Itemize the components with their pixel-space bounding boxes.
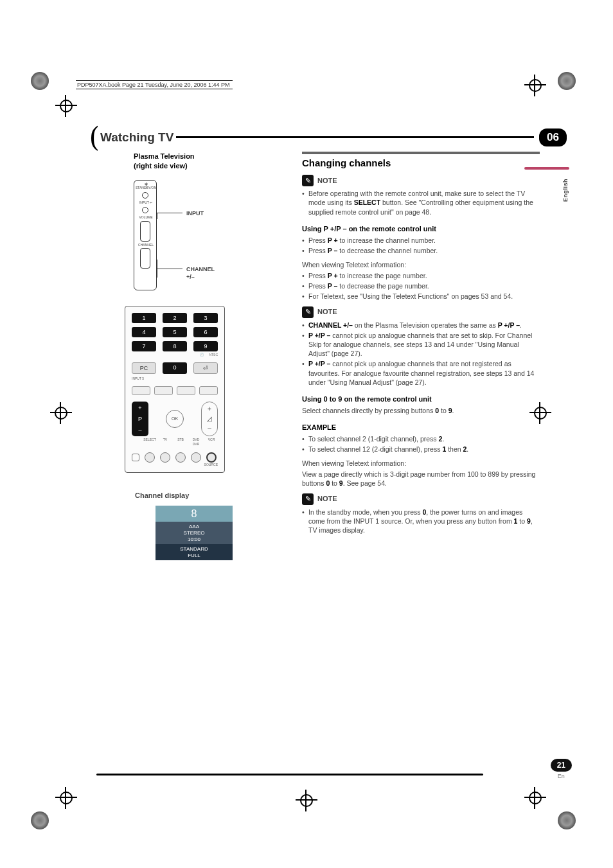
- body-text: To select channel 12 (2-digit channel), …: [302, 445, 540, 454]
- note-text: Before operating with the remote control…: [302, 189, 540, 217]
- body-text: Press P – to decrease the channel number…: [302, 246, 540, 255]
- crop-mark-icon: [524, 787, 546, 809]
- paren-decoration: (: [90, 120, 98, 152]
- crop-mark-icon: [524, 75, 546, 96]
- remote-key: 1: [132, 313, 156, 323]
- crop-mark-icon: [55, 95, 77, 117]
- tv-side-heading: Plasma Television (right side view): [134, 152, 283, 171]
- body-text: For Teletext, see "Using the Teletext Fu…: [302, 292, 540, 301]
- subheading: Using 0 to 9 on the remote control unit: [302, 394, 540, 404]
- body-text: Press P + to increase the page number.: [302, 271, 540, 280]
- body-text: Press P + to increase the channel number…: [302, 236, 540, 245]
- remote-ok-button: OK: [166, 410, 184, 428]
- right-column: English Changing channels ✎ NOTE Before …: [302, 152, 540, 560]
- remote-mode-button: [191, 452, 201, 463]
- body-text: When viewing Teletext information:: [302, 459, 540, 468]
- note-box: ✎ NOTE: [302, 175, 540, 186]
- channel-mode: STANDARD FULL: [155, 544, 233, 560]
- channel-rocker-icon: [140, 248, 150, 269]
- remote-small-button: [177, 386, 195, 395]
- print-registration-mark: [558, 811, 576, 829]
- note-label: NOTE: [317, 307, 337, 317]
- page-number: 21 En: [551, 759, 572, 779]
- remote-key: 5: [163, 327, 187, 337]
- remote-key: 8: [163, 341, 187, 351]
- crop-mark-icon: [296, 790, 317, 811]
- subheading: Using P +/P – on the remote control unit: [302, 224, 540, 234]
- remote-key-pc: PC: [132, 362, 156, 374]
- body-text: Select channels directly by pressing but…: [302, 406, 540, 415]
- chapter-title: Watching TV: [98, 130, 173, 145]
- remote-key-0: 0: [163, 362, 187, 374]
- left-column: Plasma Television (right side view) ⏻STA…: [96, 152, 283, 560]
- source-label: SOURCE: [132, 463, 218, 467]
- note-text: P +/P – cannot pick up analogue channels…: [302, 359, 540, 387]
- body-text: View a page directly which is 3-digit pa…: [302, 470, 540, 488]
- print-registration-mark: [558, 72, 576, 90]
- channel-display-illustration: 8 AAA STEREO 10:00 STANDARD FULL: [155, 506, 233, 561]
- channel-number: 8: [155, 506, 233, 522]
- remote-key: 4: [132, 327, 156, 337]
- channel-info: AAA STEREO 10:00: [155, 522, 233, 544]
- note-box: ✎ NOTE: [302, 493, 540, 505]
- pdf-header-strip: PDP507XA.book Page 21 Tuesday, June 20, …: [76, 80, 233, 89]
- remote-small-button: [132, 386, 150, 395]
- remote-select-switch: [132, 454, 139, 461]
- footer-rule: [96, 774, 483, 775]
- rule-line: [176, 136, 534, 138]
- remote-small-button: [154, 386, 173, 395]
- remote-key: 2: [163, 313, 187, 323]
- volume-rocker-icon: [140, 221, 150, 242]
- remote-mode-button: [160, 452, 170, 463]
- input5-label: INPUT 5: [132, 376, 218, 381]
- remote-key: 7: [132, 341, 156, 351]
- ntsc-label: NTSC: [209, 353, 218, 357]
- remote-illustration: 1 2 3 4 5 6 7 8 9 🕘 NTSC PC 0 ⏎ INPUT 5: [125, 306, 283, 473]
- note-text: CHANNEL +/– on the Plasma Television ope…: [302, 321, 540, 330]
- remote-mode-button: [175, 452, 186, 463]
- remote-key: 9: [193, 341, 218, 351]
- body-text: When viewing Teletext information:: [302, 260, 540, 269]
- note-box: ✎ NOTE: [302, 306, 540, 318]
- body-text: To select channel 2 (1-digit channel), p…: [302, 434, 540, 443]
- note-text: P +/P – cannot pick up analogue channels…: [302, 331, 540, 359]
- clock-icon: 🕘: [200, 353, 204, 357]
- tv-side-illustration: ⏻STANDBY/ON INPUT ↩︎ VOLUME CHANNEL INPU…: [134, 180, 204, 292]
- remote-small-button: [199, 386, 218, 395]
- remote-p-rocker: + P –: [132, 402, 148, 436]
- remote-vol-rocker: + ◿ –: [201, 402, 218, 436]
- crop-mark-icon: [50, 402, 72, 424]
- remote-key: 6: [193, 327, 218, 337]
- note-text: In the standby mode, when you press 0, t…: [302, 508, 540, 535]
- pencil-icon: ✎: [302, 175, 314, 186]
- remote-key: 3: [193, 313, 218, 323]
- input-button-icon: [142, 207, 148, 213]
- pencil-icon: ✎: [302, 493, 314, 505]
- language-tab: English: [562, 179, 569, 202]
- remote-key-return: ⏎: [193, 362, 218, 374]
- pencil-icon: ✎: [302, 306, 314, 318]
- remote-mode-button: [145, 452, 155, 463]
- section-heading: Changing channels: [302, 152, 540, 170]
- chapter-number-badge: 06: [539, 128, 567, 146]
- example-heading: EXAMPLE: [302, 423, 540, 432]
- label-input: INPUT: [186, 209, 204, 217]
- accent-bar: [524, 167, 569, 170]
- print-registration-mark: [31, 72, 49, 90]
- chapter-header: ( Watching TV 06: [90, 121, 567, 154]
- remote-source-button: [206, 452, 217, 463]
- crop-mark-icon: [55, 787, 77, 809]
- label-channel: CHANNEL +/–: [186, 265, 215, 281]
- note-label: NOTE: [317, 176, 337, 186]
- note-label: NOTE: [317, 494, 337, 504]
- body-text: Press P – to decrease the page number.: [302, 281, 540, 290]
- print-registration-mark: [31, 811, 49, 829]
- channel-display-heading: Channel display: [135, 491, 283, 500]
